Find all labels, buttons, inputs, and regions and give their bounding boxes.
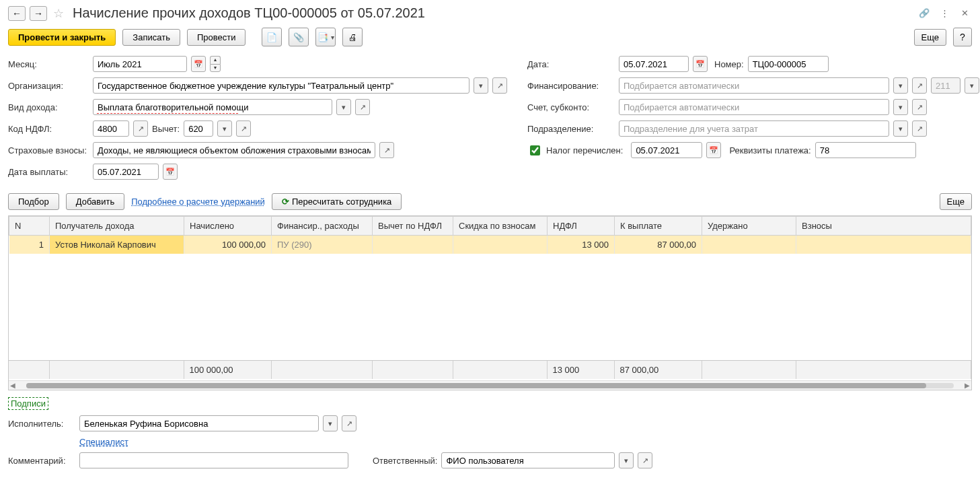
calendar-icon: 📅: [695, 60, 705, 69]
favorite-star-icon[interactable]: ☆: [51, 6, 66, 21]
dept-open-button[interactable]: ↗: [912, 120, 927, 137]
col-accrued[interactable]: Начислено: [184, 217, 272, 236]
insurance-open-button[interactable]: ↗: [379, 142, 394, 158]
fin-open-button[interactable]: ↗: [912, 77, 927, 94]
deduction-dropdown-button[interactable]: ▾: [217, 120, 232, 137]
performer-open-button[interactable]: ↗: [342, 415, 356, 431]
col-recipient[interactable]: Получатель дохода: [50, 217, 184, 236]
link-icon[interactable]: 🔗: [917, 6, 932, 21]
fin-dropdown-button[interactable]: ▾: [893, 77, 908, 94]
fin-label: Финансирование:: [527, 81, 615, 91]
calendar-icon: 📅: [165, 168, 175, 176]
table-row[interactable]: 1 Устов Николай Карпович 100 000,00 ПУ (…: [9, 236, 971, 254]
col-discount[interactable]: Скидка по взносам: [453, 217, 548, 236]
dept-dropdown-button[interactable]: ▾: [893, 120, 908, 137]
comment-input[interactable]: [79, 452, 348, 468]
pay-date-input[interactable]: [93, 164, 159, 180]
pay-req-label: Реквизиты платежа:: [729, 145, 811, 155]
org-open-button[interactable]: ↗: [492, 77, 507, 94]
document-icon: 📄: [266, 32, 277, 42]
account-dropdown-button[interactable]: ▾: [893, 99, 908, 115]
pick-button[interactable]: Подбор: [8, 193, 59, 210]
income-type-dropdown-button[interactable]: ▾: [336, 99, 351, 115]
tax-paid-checkbox[interactable]: [530, 145, 540, 155]
refresh-icon: ⟳: [282, 197, 289, 207]
create-based-on-button[interactable]: 📑: [315, 28, 336, 46]
ndfl-code-label: Код НДФЛ:: [8, 124, 89, 134]
post-and-close-button[interactable]: Провести и закрыть: [8, 29, 116, 46]
performer-label: Исполнитель:: [8, 419, 75, 429]
deduction-label: Вычет:: [152, 124, 180, 134]
responsible-dropdown-button[interactable]: ▾: [619, 452, 634, 468]
pay-date-label: Дата выплаты:: [8, 167, 89, 177]
month-spinner[interactable]: ▴▾: [210, 56, 221, 72]
recalc-button[interactable]: ⟳Пересчитать сотрудника: [272, 193, 402, 210]
help-button[interactable]: ?: [953, 28, 972, 46]
create-icon: 📑: [317, 32, 328, 42]
account-input[interactable]: [619, 99, 889, 115]
calendar-icon: 📅: [194, 60, 203, 69]
insurance-input[interactable]: [93, 142, 375, 158]
save-button[interactable]: Записать: [122, 29, 180, 46]
table-more-button[interactable]: Еще: [940, 193, 972, 210]
number-label: Номер:: [714, 59, 744, 69]
fin-input[interactable]: [619, 77, 889, 94]
date-calendar-button[interactable]: 📅: [693, 56, 708, 72]
close-icon[interactable]: ✕: [957, 6, 972, 21]
col-fin[interactable]: Финансир., расходы: [272, 217, 373, 236]
pay-req-input[interactable]: [815, 142, 916, 158]
fin-code-input: [931, 77, 960, 94]
paperclip-icon: 📎: [293, 32, 304, 42]
month-input[interactable]: [93, 56, 187, 72]
add-button[interactable]: Добавить: [66, 193, 124, 210]
print-icon-button[interactable]: 🖨: [342, 28, 363, 46]
nav-forward-button[interactable]: →: [30, 6, 47, 21]
account-open-button[interactable]: ↗: [912, 99, 927, 115]
tax-paid-date-input[interactable]: [631, 142, 702, 158]
tax-paid-label: Налог перечислен:: [546, 145, 623, 155]
dept-input[interactable]: [619, 120, 889, 137]
specialist-link[interactable]: Специалист: [79, 437, 128, 447]
nav-back-button[interactable]: ←: [8, 6, 26, 21]
data-table[interactable]: N Получатель дохода Начислено Финансир.,…: [8, 215, 972, 390]
number-input[interactable]: [748, 56, 829, 72]
col-fees[interactable]: Взносы: [796, 217, 971, 236]
page-title: Начисление прочих доходов ТЦ00-000005 от…: [73, 5, 425, 21]
month-label: Месяц:: [8, 59, 89, 69]
details-link[interactable]: Подробнее о расчете удержаний: [131, 197, 265, 207]
responsible-label: Ответственный:: [373, 456, 437, 466]
col-to-pay[interactable]: К выплате: [615, 217, 702, 236]
fin-code-dropdown-button[interactable]: ▾: [965, 77, 979, 94]
org-dropdown-button[interactable]: ▾: [474, 77, 488, 94]
month-calendar-button[interactable]: 📅: [191, 56, 206, 72]
comment-label: Комментарий:: [8, 456, 75, 466]
org-input[interactable]: [93, 77, 469, 94]
deduction-input[interactable]: [184, 120, 213, 137]
insurance-label: Страховые взносы:: [8, 145, 89, 155]
date-label: Дата:: [527, 59, 615, 69]
pay-date-calendar-button[interactable]: 📅: [163, 164, 178, 180]
performer-dropdown-button[interactable]: ▾: [323, 415, 338, 431]
org-label: Организация:: [8, 81, 89, 91]
col-ndfl-ded[interactable]: Вычет по НДФЛ: [373, 217, 453, 236]
col-n[interactable]: N: [9, 217, 50, 236]
responsible-input[interactable]: [441, 452, 615, 468]
horizontal-scrollbar[interactable]: ◀▶: [9, 380, 971, 390]
income-type-open-button[interactable]: ↗: [355, 99, 370, 115]
signatures-link[interactable]: Подписи: [8, 397, 48, 410]
date-input[interactable]: [619, 56, 689, 72]
ndfl-code-input[interactable]: [93, 120, 129, 137]
income-type-label: Вид дохода:: [8, 102, 89, 112]
attach-icon-button[interactable]: 📎: [289, 28, 309, 46]
ndfl-code-open-button[interactable]: ↗: [133, 120, 148, 137]
performer-input[interactable]: [79, 415, 319, 431]
post-button[interactable]: Провести: [187, 29, 246, 46]
col-ndfl[interactable]: НДФЛ: [548, 217, 615, 236]
responsible-open-button[interactable]: ↗: [638, 452, 652, 468]
col-withheld[interactable]: Удержано: [702, 217, 796, 236]
more-button[interactable]: Еще: [914, 29, 946, 46]
kebab-menu-icon[interactable]: ⋮: [937, 6, 952, 21]
report-icon-button[interactable]: 📄: [262, 28, 282, 46]
tax-paid-date-calendar-button[interactable]: 📅: [706, 142, 721, 158]
deduction-open-button[interactable]: ↗: [236, 120, 251, 137]
